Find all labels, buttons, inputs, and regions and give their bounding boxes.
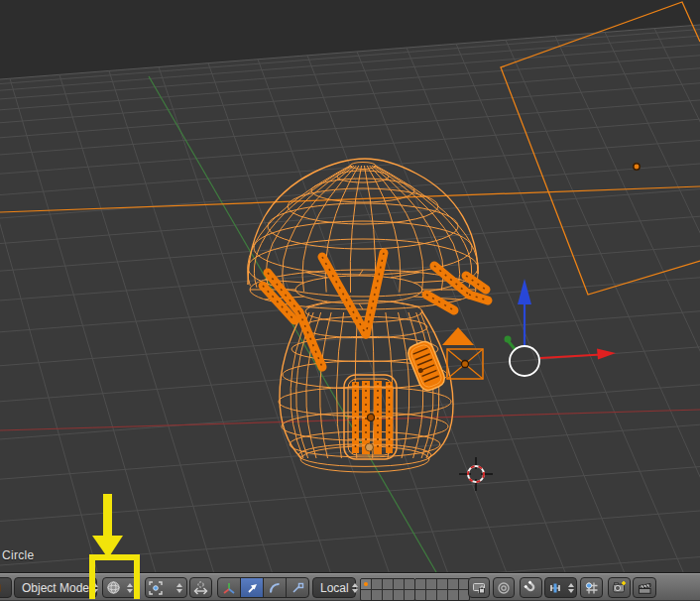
door-knob [368,415,375,421]
editor-type-button[interactable] [0,577,12,598]
viewport-header: Object Mode [0,572,700,601]
scene-lock-icon [472,581,486,595]
editor-type-icon [0,581,5,595]
active-object-label: Circle [2,548,34,562]
scene-lock-toggle[interactable] [468,577,490,598]
pivot-point-icon [146,581,166,595]
axis-triad-icon [222,581,236,595]
opengl-render-animation-button[interactable] [633,577,656,598]
manipulate-center-points-toggle[interactable] [189,577,212,598]
snap-target-button[interactable] [580,577,603,598]
layers-group-2 [414,578,470,601]
door-step-knob [366,443,374,451]
magnet-icon [524,580,538,595]
layer-toggle[interactable] [383,590,393,600]
viewport-shading-dropdown[interactable] [102,577,138,598]
snap-target-icon [585,581,599,595]
layer-toggle[interactable] [426,579,436,589]
chevron-up-down-icon [124,583,137,593]
clapperboard-icon [638,581,652,595]
orientation-label: Local [313,581,349,595]
layer-toggle[interactable] [437,579,447,589]
mode-dropdown[interactable]: Object Mode [14,577,97,598]
chevron-up-down-icon [174,583,186,593]
layer-toggle[interactable] [405,590,414,600]
layer-toggle[interactable] [448,579,458,589]
transform-orientation-dropdown[interactable]: Local [312,577,356,598]
snap-toggle[interactable] [520,577,542,598]
opengl-render-still-button[interactable] [608,577,631,598]
proportional-editing-toggle[interactable] [493,577,515,598]
scale-manipulator-button[interactable] [287,578,308,597]
layer-toggle[interactable] [426,590,436,600]
layer-toggle[interactable] [361,590,371,600]
scale-arrow-icon [291,581,304,595]
layer-toggle[interactable] [394,590,404,600]
layer-toggle[interactable] [415,590,425,600]
manipulator-toggle-button[interactable] [218,578,241,597]
layer-toggle[interactable] [394,579,404,589]
chevron-up-down-icon [565,583,578,593]
layer-toggle[interactable] [448,590,458,600]
translate-manipulator-button[interactable] [241,578,264,597]
snap-element-dropdown[interactable] [544,577,577,598]
chevron-up-down-icon [89,583,102,593]
layer-toggle[interactable] [405,579,414,589]
layer-toggle[interactable] [437,590,447,600]
proportional-editing-icon [497,581,511,595]
manipulator-button-group [217,577,309,598]
pivot-point-dropdown[interactable] [145,577,187,598]
layer-toggle[interactable] [361,579,371,589]
point-lamp[interactable] [634,164,640,170]
layers-group-1 [360,578,415,601]
layer-toggle[interactable] [383,579,393,589]
snap-increment-icon [545,581,565,595]
rotate-manipulator-button[interactable] [264,578,287,597]
blender-window: Circle Object Mode [0,0,700,601]
3d-viewport[interactable] [0,0,700,572]
rotate-arc-icon [268,581,282,595]
mode-dropdown-label: Object Mode [15,581,89,595]
layer-toggle[interactable] [372,590,382,600]
viewport-shading-sphere-icon [103,580,124,595]
camera-render-icon [612,580,627,595]
manipulate-center-points-icon [190,581,211,595]
translate-arrow-icon [245,581,259,595]
layer-toggle[interactable] [415,579,425,589]
layer-toggle[interactable] [372,579,382,589]
